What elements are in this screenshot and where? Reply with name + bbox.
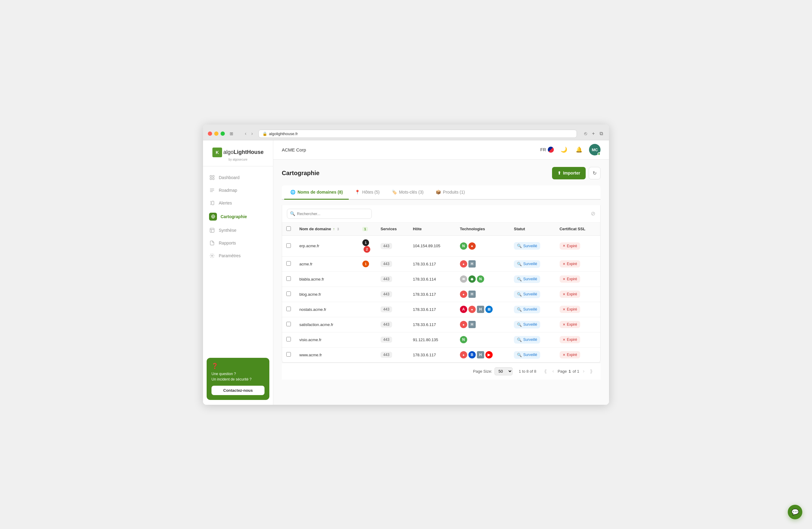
row-checkbox[interactable]	[286, 307, 291, 311]
first-page-btn[interactable]: ⟪	[542, 368, 549, 375]
tech-icon-h: H	[468, 291, 476, 298]
row-checkbox[interactable]	[286, 292, 291, 296]
badge-cell	[358, 332, 376, 347]
avatar[interactable]: MC	[589, 144, 600, 156]
tech-icon-youtube: ▶	[485, 351, 493, 358]
import-button[interactable]: ⬆ Importer	[552, 167, 586, 179]
forward-btn[interactable]: ›	[249, 130, 255, 137]
notifications-btn[interactable]: 🔔	[574, 145, 584, 155]
search-bar: 🔍 ⊘	[282, 205, 600, 223]
next-page-btn[interactable]: ›	[581, 368, 586, 375]
language-button[interactable]: FR	[540, 147, 554, 153]
statut-cell: 🔍Surveillé	[510, 235, 555, 256]
statut-label: Surveillé	[523, 338, 537, 342]
sidebar-item-label: Synthèse	[219, 228, 236, 233]
service-chip: 443	[380, 243, 392, 249]
row-checkbox[interactable]	[286, 337, 291, 341]
domain-name-cell: visio.acme.fr	[295, 332, 358, 347]
sidebar-item-label: Dashboard	[219, 175, 240, 180]
statut-cell: 🔍Surveillé	[510, 332, 555, 347]
statut-cell: 🔍Surveillé	[510, 286, 555, 302]
tab-hotes[interactable]: 📍 Hôtes (5)	[349, 186, 386, 200]
table-header-row: Nom de domaine ↑ 3 1 Services Hôte	[282, 223, 600, 236]
svg-point-7	[212, 255, 213, 256]
tab-domaines-label: Noms de domaines (8)	[298, 190, 343, 194]
address-bar[interactable]: 🔒 algolighthouse.fr	[259, 130, 577, 138]
sidebar-item-roadmap[interactable]: Roadmap	[203, 184, 273, 197]
last-page-btn[interactable]: ⟫	[588, 368, 594, 375]
row-select-cell	[282, 256, 295, 271]
tab-mots-cles[interactable]: 🏷️ Mots-clés (3)	[386, 186, 430, 200]
service-cell: 443	[376, 286, 409, 302]
row-checkbox[interactable]	[286, 243, 291, 248]
roadmap-icon	[209, 187, 215, 193]
tech-icon-laravel: ⬥	[460, 321, 467, 328]
th-hote: Hôte	[409, 223, 456, 236]
page-size-select[interactable]: 50 25 100	[494, 367, 513, 376]
row-checkbox[interactable]	[286, 261, 291, 266]
row-select-cell	[282, 286, 295, 302]
tech-cell: A⬥H⊞	[456, 302, 510, 317]
domain-name-cell: blabla.acme.fr	[295, 271, 358, 286]
ssl-cell: ✕Expiré	[555, 347, 600, 362]
search-icon: 🔍	[290, 211, 295, 216]
search-input[interactable]	[287, 209, 372, 219]
sidebar-toggle-btn[interactable]: ⊞	[229, 130, 234, 137]
statut-icon: 🔍	[517, 262, 522, 266]
domain-name-cell: www.acme.fr	[295, 347, 358, 362]
ssl-icon: ✕	[563, 308, 565, 311]
chat-fab-button[interactable]: 💬	[788, 505, 802, 519]
ssl-icon: ✕	[563, 323, 565, 327]
statut-cell: 🔍Surveillé	[510, 302, 555, 317]
tabs-bar: 🌐 Noms de domaines (8) 📍 Hôtes (5) 🏷️ Mo…	[282, 186, 600, 200]
ssl-icon: ✕	[563, 244, 565, 248]
row-checkbox[interactable]	[286, 352, 291, 357]
row-checkbox[interactable]	[286, 322, 291, 326]
alertes-icon	[209, 200, 215, 206]
prev-page-btn[interactable]: ‹	[551, 368, 556, 375]
th-services: Services	[376, 223, 409, 236]
tech-cell: ≋◆N	[456, 271, 510, 286]
theme-toggle-btn[interactable]: 🌙	[559, 145, 569, 155]
tab-produits[interactable]: 📦 Produits (1)	[430, 186, 471, 200]
ssl-label: Expiré	[567, 277, 577, 281]
logo: K algoLightHouse by algosecure	[203, 140, 273, 166]
tech-cell: ⬥H	[456, 256, 510, 271]
new-tab-btn[interactable]: +	[591, 130, 596, 137]
minimize-btn[interactable]	[214, 132, 218, 136]
ssl-label: Expiré	[567, 353, 577, 357]
sidebar-item-rapports[interactable]: Rapports	[203, 237, 273, 249]
sidebar-item-parametres[interactable]: Paramètres	[203, 249, 273, 262]
filter-button[interactable]: ⊘	[591, 210, 595, 217]
sidebar-item-dashboard[interactable]: Dashboard	[203, 171, 273, 184]
ssl-cell: ✕Expiré	[555, 271, 600, 286]
host-cell: 178.33.6.117	[409, 347, 456, 362]
badge-1: 1	[362, 239, 369, 246]
table-row: blog.acme.fr443178.33.6.117⬥H🔍Surveillé✕…	[282, 286, 600, 302]
row-select-cell	[282, 332, 295, 347]
table-row: blabla.acme.fr443178.33.6.114≋◆N🔍Surveil…	[282, 271, 600, 286]
sidebar-item-cartographie[interactable]: Cartographie	[203, 209, 273, 224]
back-btn[interactable]: ‹	[243, 130, 248, 137]
fullscreen-btn[interactable]	[221, 132, 225, 136]
contact-button[interactable]: Contactez-nous	[212, 386, 264, 395]
row-select-cell	[282, 347, 295, 362]
service-chip: 443	[380, 291, 392, 297]
refresh-button[interactable]: ↻	[589, 167, 600, 179]
row-checkbox[interactable]	[286, 276, 291, 281]
select-all-checkbox[interactable]	[286, 226, 291, 231]
service-cell: 443	[376, 332, 409, 347]
share-btn[interactable]: ⎋	[583, 130, 589, 137]
tab-domaines[interactable]: 🌐 Noms de domaines (8)	[284, 186, 349, 200]
sidebar-item-synthese[interactable]: Synthèse	[203, 224, 273, 237]
statut-cell: 🔍Surveillé	[510, 271, 555, 286]
tech-icon-microsoft: ⊞	[485, 306, 493, 313]
close-btn[interactable]	[208, 132, 212, 136]
sidebar-item-alertes[interactable]: Alertes	[203, 197, 273, 209]
service-cell: 443	[376, 235, 409, 256]
page-size-label: Page Size:	[473, 369, 492, 373]
page-label: Page	[557, 369, 567, 373]
service-cell: 443	[376, 302, 409, 317]
statut-label: Surveillé	[523, 292, 537, 296]
windows-btn[interactable]: ⧉	[598, 130, 604, 137]
